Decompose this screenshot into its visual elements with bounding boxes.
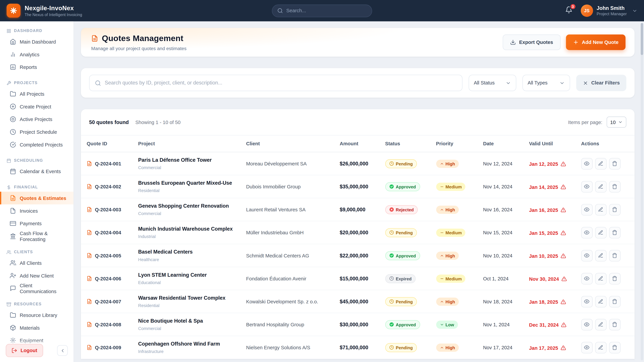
clear-filters-button[interactable]: Clear Filters [576, 75, 626, 91]
quote-date: Nov 17, 2024 [483, 345, 521, 350]
sidebar-item-all-projects[interactable]: All Projects [0, 87, 74, 100]
edit-quote-button[interactable] [595, 319, 606, 330]
edit-quote-button[interactable] [595, 158, 606, 169]
view-quote-button[interactable] [581, 158, 593, 169]
sidebar-item-active-projects[interactable]: Active Projects [0, 113, 74, 125]
file-icon [10, 208, 16, 214]
delete-quote-button[interactable] [609, 158, 620, 169]
sidebar-item-reports[interactable]: Reports [0, 61, 74, 73]
view-quote-button[interactable] [581, 181, 593, 192]
quote-amount: $35,000,000 [340, 184, 377, 189]
type-filter-select[interactable]: All Types [522, 75, 570, 91]
sidebar-item-add-new-client[interactable]: Add New Client [0, 269, 74, 282]
delete-quote-button[interactable] [609, 296, 620, 307]
edit-quote-button[interactable] [595, 273, 606, 284]
delete-quote-button[interactable] [609, 342, 620, 353]
project-name: Paris La Défense Office Tower [138, 157, 238, 164]
view-quote-button[interactable] [581, 296, 593, 307]
sidebar-item-main-dashboard[interactable]: Main Dashboard [0, 35, 74, 48]
sidebar-item-resource-library[interactable]: Resource Library [0, 309, 74, 322]
logout-button[interactable]: Logout [6, 344, 43, 357]
edit-quote-button[interactable] [595, 296, 606, 307]
client-name: Schmidt Medical Centers AG [246, 253, 332, 258]
view-quote-button[interactable] [581, 227, 593, 238]
project-name: Geneva Shopping Center Renovation [138, 203, 238, 210]
client-name: Kowalski Development Sp. z o.o. [246, 299, 332, 304]
delete-quote-button[interactable] [609, 250, 620, 261]
add-new-quote-button[interactable]: Add New Quote [566, 34, 626, 50]
quotes-search[interactable] [89, 75, 462, 91]
edit-quote-button[interactable] [595, 342, 606, 353]
client-name: Bertrand Hospitality Group [246, 322, 332, 327]
folder-icon [10, 91, 16, 97]
per-page-select[interactable]: 10 [606, 117, 626, 128]
quote-file-icon [87, 161, 92, 166]
view-quote-button[interactable] [581, 273, 593, 284]
table-body: Q-2024-001Paris La Défense Office TowerC… [81, 152, 634, 359]
edit-quote-button[interactable] [595, 181, 606, 192]
sidebar-item-quotes-estimates[interactable]: Quotes & Estimates [0, 192, 74, 204]
priority-badge: High [436, 344, 459, 352]
sidebar-item-project-schedule[interactable]: Project Schedule [0, 125, 74, 138]
sidebar-collapse-button[interactable] [57, 345, 68, 356]
quote-file-icon [87, 253, 92, 258]
sidebar-item-completed-projects[interactable]: Completed Projects [0, 138, 74, 151]
quote-file-icon [87, 184, 92, 189]
view-quote-button[interactable] [581, 319, 593, 330]
sidebar-item-label: Analytics [20, 51, 40, 57]
scrollbar-thumb[interactable] [641, 23, 643, 55]
delete-quote-button[interactable] [609, 181, 620, 192]
trash-icon [612, 276, 618, 281]
status-label: Rejected [396, 207, 414, 212]
delete-quote-button[interactable] [609, 204, 620, 215]
sidebar-item-all-clients[interactable]: All Clients [0, 257, 74, 269]
view-quote-button[interactable] [581, 204, 593, 215]
sidebar-item-create-project[interactable]: Create Project [0, 100, 74, 113]
delete-quote-button[interactable] [609, 273, 620, 284]
client-name: Dubois Immobilier Group [246, 184, 332, 189]
edit-quote-button[interactable] [595, 204, 606, 215]
chart-icon [10, 51, 16, 57]
quotes-search-input[interactable] [105, 80, 456, 86]
sidebar-item-invoices[interactable]: Invoices [0, 204, 74, 217]
global-search[interactable] [272, 4, 372, 17]
delete-quote-button[interactable] [609, 227, 620, 238]
project-category: Residential [138, 188, 238, 193]
notifications-button[interactable]: 3 [565, 6, 572, 15]
sidebar-item-materials[interactable]: Materials [0, 322, 74, 334]
status-pending-icon [389, 345, 394, 350]
eye-icon [584, 207, 590, 212]
priority-label: Medium [446, 230, 462, 235]
global-search-input[interactable] [286, 8, 367, 13]
sidebar-item-payments[interactable]: Payments [0, 217, 74, 230]
chevron-down-icon [618, 120, 623, 124]
table-row: Q-2024-009Copenhagen Offshore Wind FarmI… [81, 336, 634, 359]
warning-icon [560, 230, 566, 236]
sidebar-item-client-communications[interactable]: Client Communications [0, 282, 74, 295]
edit-quote-button[interactable] [595, 227, 606, 238]
user-plus-icon [10, 273, 16, 279]
view-quote-button[interactable] [581, 342, 593, 353]
edit-quote-button[interactable] [595, 250, 606, 261]
sidebar-item-cash-flow-forecasting[interactable]: Cash Flow & Forecasting [0, 230, 74, 243]
status-filter-select[interactable]: All Status [468, 75, 516, 91]
sidebar-item-label: Reports [20, 64, 37, 70]
project-category: Commercial [138, 165, 238, 170]
pencil-icon [598, 230, 604, 235]
scrollbar[interactable] [641, 23, 643, 360]
pencil-icon [598, 299, 604, 304]
plus-icon [573, 39, 578, 45]
user-menu[interactable]: JS John Smith Project Manager [580, 4, 638, 17]
project-category: Commercial [138, 326, 238, 331]
results-showing: Showing 1 - 10 of 50 [135, 119, 180, 125]
priority-medium-icon [440, 185, 444, 189]
export-quotes-button[interactable]: Export Quotes [502, 34, 560, 50]
table-row: Q-2024-004Munich Industrial Warehouse Co… [81, 221, 634, 244]
brand[interactable]: Nexgile-InvoNex The Nexus of Intelligent… [6, 4, 82, 17]
sidebar-item-label: Invoices [20, 208, 38, 214]
quote-date: Nov 15, 2024 [483, 230, 521, 235]
delete-quote-button[interactable] [609, 319, 620, 330]
view-quote-button[interactable] [581, 250, 593, 261]
sidebar-item-calendar-events[interactable]: Calendar & Events [0, 165, 74, 178]
sidebar-item-analytics[interactable]: Analytics [0, 48, 74, 61]
